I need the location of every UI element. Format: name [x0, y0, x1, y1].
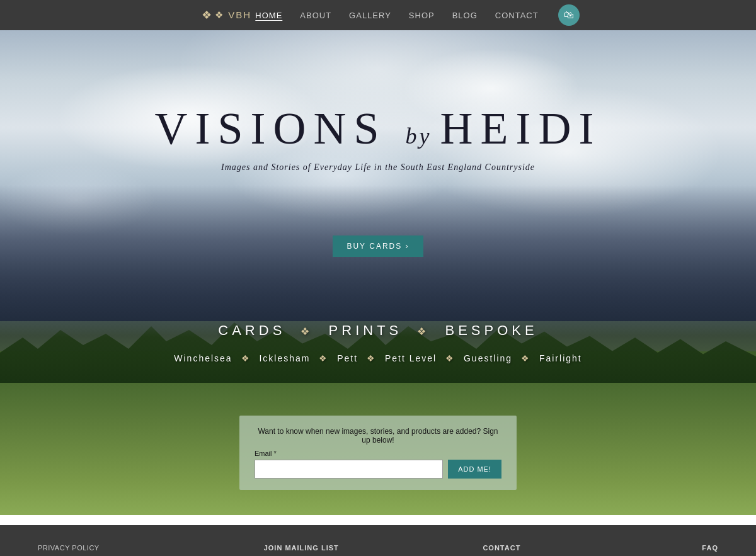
dot-sep-3: ❖ — [367, 353, 376, 363]
nav-contact[interactable]: CONTACT — [495, 11, 539, 20]
signup-button[interactable]: ADD ME! — [448, 460, 501, 479]
footer: PRIVACY POLICY SHIPPING & RETURNS TERMS … — [0, 525, 756, 556]
email-label: Email * — [255, 450, 443, 457]
footer-privacy-link[interactable]: PRIVACY POLICY — [38, 544, 120, 552]
cart-icon: 🛍 — [564, 9, 574, 21]
nav-gallery[interactable]: GALLERY — [349, 11, 391, 20]
divider — [0, 515, 756, 525]
hero-title-visions: VISIONS — [155, 103, 387, 154]
hero-categories-text: CARDS ❖ PRINTS ❖ BESPOKE — [218, 322, 537, 338]
category-cards[interactable]: CARDS — [218, 322, 285, 338]
footer-top: PRIVACY POLICY SHIPPING & RETURNS TERMS … — [38, 544, 718, 556]
navigation: ❖ ❖ VBH HOME ABOUT GALLERY SHOP BLOG CON… — [0, 0, 756, 30]
loc-guestling: Guestling — [464, 353, 512, 363]
dot-sep-1: ❖ — [241, 353, 251, 363]
nav-home[interactable]: HOME — [255, 11, 282, 20]
logo-text: ❖ VBH — [215, 9, 251, 21]
footer-mailing-heading: JOIN MAILING LIST — [264, 544, 339, 552]
signup-form: Email * ADD ME! — [255, 450, 501, 479]
category-bespoke[interactable]: BESPOKE — [445, 322, 538, 338]
cart-button[interactable]: 🛍 — [558, 4, 580, 26]
loc-icklesham: Icklesham — [259, 353, 310, 363]
footer-col-contact: CONTACT heidi@visionsbyheidi.com +44 771… — [483, 544, 570, 556]
footer-col-faq: FAQ — [702, 544, 718, 556]
loc-fairlight: Fairlight — [539, 353, 582, 363]
nav-shop[interactable]: SHOP — [409, 11, 435, 20]
diamond-sep-2: ❖ — [417, 326, 430, 337]
hero-trees — [0, 307, 756, 383]
loc-pett-level: Pett Level — [385, 353, 437, 363]
footer-contact-heading: CONTACT — [483, 544, 570, 552]
hero-categories: CARDS ❖ PRINTS ❖ BESPOKE — [0, 322, 756, 339]
site-logo[interactable]: ❖ ❖ VBH — [202, 8, 251, 22]
hero-title-by: by — [406, 123, 440, 149]
footer-faq-link[interactable]: FAQ — [702, 544, 718, 552]
nav-about[interactable]: ABOUT — [300, 11, 331, 20]
dot-sep-4: ❖ — [445, 353, 455, 363]
diamond-sep-1: ❖ — [301, 326, 313, 337]
logo-icon: ❖ — [202, 8, 212, 22]
hero-locations: Winchelsea ❖ Icklesham ❖ Pett ❖ Pett Lev… — [0, 353, 756, 364]
loc-winchelsea: Winchelsea — [174, 353, 232, 363]
nav-blog[interactable]: BLOG — [452, 11, 478, 20]
footer-col-social: JOIN MAILING LIST 📱 📷 f 🐦 — [251, 544, 351, 556]
signup-description: Want to know when new images, stories, a… — [255, 427, 501, 445]
email-field-group: Email * — [255, 450, 443, 479]
hero-locations-text: Winchelsea ❖ Icklesham ❖ Pett ❖ Pett Lev… — [174, 353, 581, 363]
loc-pett: Pett — [337, 353, 358, 363]
hero-section: VISIONS by HEIDI Images and Stories of E… — [0, 30, 756, 515]
nav-links: HOME ABOUT GALLERY SHOP BLOG CONTACT — [255, 9, 538, 21]
dot-sep-5: ❖ — [521, 353, 530, 363]
email-input[interactable] — [255, 460, 443, 479]
signup-box: Want to know when new images, stories, a… — [239, 416, 517, 490]
hero-title: VISIONS by HEIDI — [155, 106, 602, 151]
hero-title-heidi: HEIDI — [440, 103, 602, 154]
hero-content: VISIONS by HEIDI Images and Stories of E… — [155, 30, 602, 257]
category-prints[interactable]: PRINTS — [329, 322, 403, 338]
footer-col-legal: PRIVACY POLICY SHIPPING & RETURNS TERMS … — [38, 544, 120, 556]
buy-cards-button[interactable]: BUY CARDS › — [333, 235, 423, 257]
dot-sep-2: ❖ — [319, 353, 328, 363]
hero-subtitle: Images and Stories of Everyday Life in t… — [155, 162, 602, 173]
